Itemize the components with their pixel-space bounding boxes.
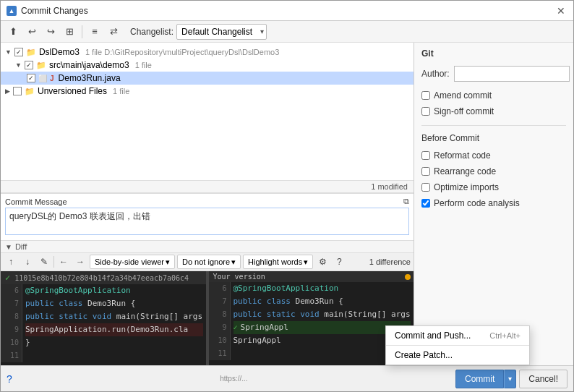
- modified-count: 1 modified: [1, 181, 414, 193]
- tree-item-dsl-demo3[interactable]: ▼ 📁 DslDemo3 1 file D:\GitRepository\mul…: [1, 46, 414, 59]
- author-input[interactable]: [454, 66, 570, 82]
- commit-message-label: Commit Message ⧉: [5, 197, 409, 206]
- file-tree[interactable]: ▼ 📁 DslDemo3 1 file D:\GitRepository\mul…: [1, 43, 414, 181]
- diff-hash: ✓ 11015e8b410b72e804b14f2a34b47eeacb7a06…: [1, 271, 206, 284]
- bottom-bar: ? https://... Commit and Push... Ctrl+Al…: [1, 365, 573, 391]
- left-code-lines: @SpringBootApplication public class Demo…: [22, 284, 206, 362]
- optimize-imports-checkbox[interactable]: [421, 183, 430, 192]
- amend-commit-label: Amend commit: [434, 90, 492, 101]
- git-title: Git: [421, 48, 566, 59]
- author-label: Author:: [421, 69, 450, 79]
- checkbox-dsl-demo3[interactable]: [14, 48, 23, 56]
- dropdown-arrow-icon: ▾: [166, 257, 170, 267]
- folder-icon: 📁: [25, 87, 35, 96]
- reformat-code-label: Reformat code: [434, 150, 491, 161]
- toolbar: ⬆ ↩ ↪ ⊞ ≡ ⇄ Changelist: Default Changeli…: [1, 21, 573, 43]
- optimize-imports-row: Optimize imports: [421, 182, 566, 192]
- diff-sep: [53, 256, 54, 268]
- copy-icon[interactable]: ⧉: [403, 197, 409, 206]
- perform-code-analysis-checkbox[interactable]: [421, 199, 430, 208]
- tree-item-label: src\main\java\demo3: [49, 60, 129, 70]
- undo-button[interactable]: ↩: [24, 24, 40, 40]
- java-file-icon: ⬜: [38, 74, 47, 82]
- diff-edit-btn[interactable]: ✎: [37, 255, 51, 269]
- tree-item-label: Demo3Run.java: [59, 73, 121, 83]
- bottom-buttons: Commit and Push... Ctrl+Alt+ Create Patc…: [455, 370, 567, 388]
- context-menu-create-patch[interactable]: Create Patch...: [386, 346, 529, 365]
- redo-button[interactable]: ↪: [43, 24, 59, 40]
- diff-left: ✓ 11015e8b410b72e804b14f2a34b47eeacb7a06…: [1, 271, 206, 365]
- amend-commit-checkbox[interactable]: [421, 91, 430, 100]
- commit-changes-window: ▲ Commit Changes ✕ ⬆ ↩ ↪ ⊞ ≡ ⇄ Changelis…: [0, 0, 574, 392]
- diff-label: ▼ Diff: [1, 241, 414, 252]
- diff-right: Your version 6 7 8 9 10 11 12: [209, 271, 414, 365]
- sign-off-row: Sign-off commit: [421, 106, 566, 116]
- checkbox-src-main[interactable]: [25, 61, 33, 69]
- expand-icon: ▼: [15, 61, 22, 69]
- collapse-button[interactable]: ⇄: [106, 24, 121, 40]
- triangle-icon: ▼: [5, 243, 12, 251]
- title-bar: ▲ Commit Changes ✕: [1, 1, 573, 21]
- rearrange-code-checkbox[interactable]: [421, 167, 430, 176]
- highlight-words-btn[interactable]: Highlight words ▾: [243, 255, 313, 269]
- changelist-label: Changelist:: [130, 27, 174, 37]
- changelist-wrapper[interactable]: Default Changelist ▾: [176, 24, 267, 40]
- diff-down-btn[interactable]: ↓: [20, 255, 35, 269]
- commit-button[interactable]: Commit: [455, 370, 504, 388]
- refresh-button[interactable]: ⊞: [61, 24, 77, 40]
- tree-item-detail: 1 file: [135, 61, 152, 69]
- checkbox-unversioned[interactable]: [13, 87, 22, 95]
- perform-code-analysis-label: Perform code analysis: [434, 198, 520, 208]
- tree-item-src-main[interactable]: ▼ 📁 src\main\java\demo3 1 file: [1, 59, 414, 72]
- diff-toolbar: ↑ ↓ ✎ ← → Side-by-side viewer ▾ Do not i…: [1, 252, 414, 271]
- commit-split-button: Commit ▾: [455, 370, 516, 388]
- expand-icon: ▼: [5, 48, 12, 56]
- close-button[interactable]: ✕: [554, 4, 567, 17]
- title-bar-left: ▲ Commit Changes: [7, 6, 88, 16]
- context-menu-commit-push[interactable]: Commit and Push... Ctrl+Alt+: [386, 326, 529, 345]
- window-title: Commit Changes: [21, 6, 88, 16]
- left-panel: ▼ 📁 DslDemo3 1 file D:\GitRepository\mul…: [1, 43, 414, 365]
- dropdown-arrow-icon: ▾: [231, 257, 236, 267]
- side-by-side-viewer-btn[interactable]: Side-by-side viewer ▾: [90, 255, 175, 269]
- commit-message-input[interactable]: queryDSL的 Demo3 联表返回，出错: [5, 208, 409, 235]
- checkbox-demo3run[interactable]: [27, 74, 35, 82]
- commit-message-title: Commit Message: [5, 197, 67, 206]
- folder-icon: 📁: [26, 48, 36, 57]
- diff-next-btn[interactable]: →: [73, 255, 87, 269]
- diff-prev-btn[interactable]: ←: [56, 255, 71, 269]
- java-icon: J: [50, 74, 54, 82]
- expand-button[interactable]: ≡: [87, 24, 103, 40]
- tree-item-unversioned[interactable]: ▶ 📁 Unversioned Files 1 file: [1, 85, 414, 98]
- diff-up-btn[interactable]: ↑: [4, 255, 18, 269]
- orange-dot-indicator: [405, 274, 411, 280]
- tree-item-label: Unversioned Files: [38, 86, 107, 96]
- rearrange-code-label: Rearrange code: [434, 166, 496, 176]
- folder-icon: 📁: [36, 61, 46, 70]
- diff-your-version: Your version: [209, 271, 414, 282]
- reformat-code-row: Reformat code: [421, 150, 566, 161]
- cancel-button[interactable]: Cancel!: [519, 370, 567, 388]
- tree-item-detail: 1 file: [113, 87, 129, 95]
- diff-help-btn[interactable]: ?: [332, 255, 346, 269]
- move-up-button[interactable]: ⬆: [5, 24, 21, 40]
- diff-section: ▼ Diff: [1, 240, 414, 252]
- commit-message-section: Commit Message ⧉ queryDSL的 Demo3 联表返回，出错: [1, 193, 414, 240]
- reformat-code-checkbox[interactable]: [421, 151, 430, 160]
- left-line-numbers: 6 7 8 9 10 11 12: [1, 284, 22, 362]
- toolbar-separator: [82, 25, 82, 38]
- commit-push-shortcut: Ctrl+Alt+: [489, 331, 521, 340]
- commit-push-label: Commit and Push...: [395, 331, 471, 341]
- help-button[interactable]: ?: [7, 373, 12, 385]
- changelist-select[interactable]: Default Changelist: [176, 24, 267, 40]
- right-panel: Git Author: Amend commit Sign-off commit…: [414, 43, 573, 365]
- sign-off-checkbox[interactable]: [421, 107, 430, 116]
- diff-settings-btn[interactable]: ⚙: [315, 255, 330, 269]
- main-content: ▼ 📁 DslDemo3 1 file D:\GitRepository\mul…: [1, 43, 573, 365]
- commit-dropdown-button[interactable]: ▾: [504, 370, 516, 388]
- diff-left-code: 6 7 8 9 10 11 12 @SpringBootApplication …: [1, 284, 206, 362]
- do-not-ignore-btn[interactable]: Do not ignore ▾: [177, 255, 241, 269]
- status-url: https://...: [220, 375, 247, 383]
- right-line-numbers: 6 7 8 9 10 11 12: [209, 282, 231, 360]
- tree-item-demo3run[interactable]: ⬜ J Demo3Run.java: [1, 72, 414, 85]
